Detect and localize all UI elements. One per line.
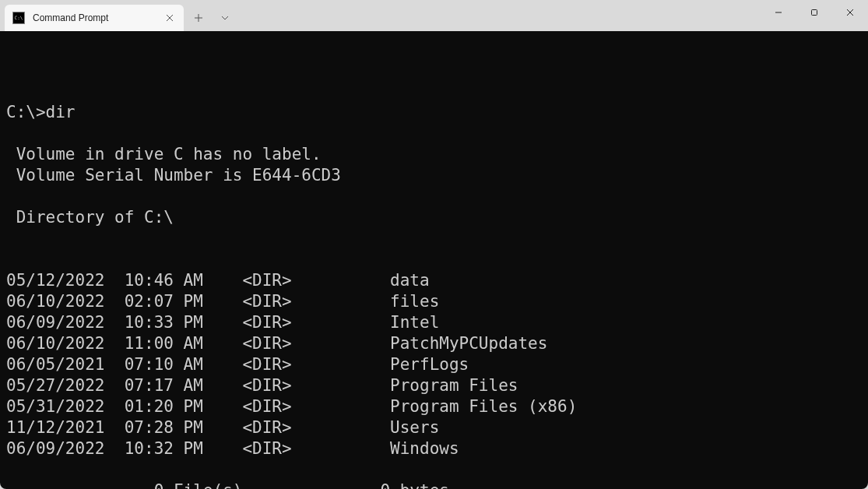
- minimize-button[interactable]: [761, 0, 796, 25]
- dir-entry: 06/10/2022 02:07 PM <DIR> files: [6, 291, 862, 312]
- blank-line: [6, 60, 862, 81]
- dir-entry: 05/31/2022 01:20 PM <DIR> Program Files …: [6, 396, 862, 417]
- terminal-output[interactable]: C:\>dir Volume in drive C has no label. …: [0, 31, 868, 489]
- summary-files: 0 File(s) 0 bytes: [6, 480, 862, 489]
- dir-header: Volume in drive C has no label. Volume S…: [6, 144, 862, 249]
- dir-entry: 05/12/2022 10:46 AM <DIR> data: [6, 270, 862, 291]
- new-tab-button[interactable]: [187, 6, 210, 30]
- dir-summary: 0 File(s) 0 bytes 9 Dir(s) 36,232,859,64…: [6, 480, 862, 489]
- output-line: Volume in drive C has no label.: [6, 144, 862, 165]
- dir-entry: 06/09/2022 10:32 PM <DIR> Windows: [6, 438, 862, 459]
- dir-entry: 11/12/2021 07:28 PM <DIR> Users: [6, 417, 862, 438]
- tab-dropdown-button[interactable]: [213, 6, 237, 30]
- svg-rect-0: [812, 10, 817, 16]
- dir-entry: 06/09/2022 10:33 PM <DIR> Intel: [6, 312, 862, 333]
- title-bar: C:\ Command Prompt: [0, 0, 868, 31]
- dir-entries: 05/12/2022 10:46 AM <DIR> data06/10/2022…: [6, 270, 862, 459]
- window-controls: [761, 0, 868, 25]
- tab-close-button[interactable]: [163, 12, 176, 24]
- tab-command-prompt[interactable]: C:\ Command Prompt: [5, 5, 184, 31]
- output-line: Directory of C:\: [6, 207, 862, 228]
- dir-entry: 06/10/2022 11:00 AM <DIR> PatchMyPCUpdat…: [6, 333, 862, 354]
- command-line: C:\>dir: [6, 102, 862, 123]
- cmd-icon: C:\: [12, 12, 25, 24]
- close-button[interactable]: [832, 0, 868, 25]
- output-line: [6, 186, 862, 207]
- maximize-button[interactable]: [796, 0, 832, 25]
- dir-entry: 06/05/2021 07:10 AM <DIR> PerfLogs: [6, 354, 862, 375]
- dir-entry: 05/27/2022 07:17 AM <DIR> Program Files: [6, 375, 862, 396]
- output-line: Volume Serial Number is E644-6CD3: [6, 165, 862, 186]
- output-line: [6, 228, 862, 249]
- tab-title: Command Prompt: [33, 12, 156, 23]
- tabs-area: C:\ Command Prompt: [0, 0, 237, 31]
